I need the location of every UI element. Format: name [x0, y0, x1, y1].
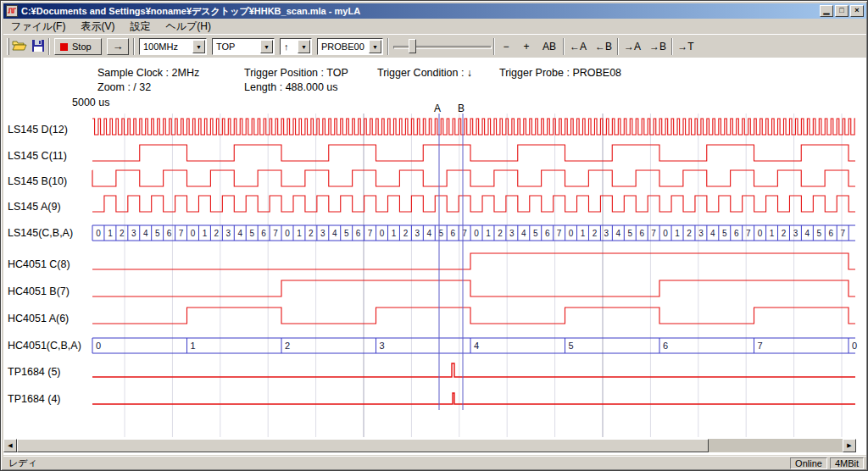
run-button[interactable]: → — [107, 38, 129, 55]
status-ready: レディ — [8, 457, 790, 469]
trigger-edge-combo[interactable]: ↑ ▼ — [280, 38, 312, 55]
toolbar: Stop → 100MHz ▼ TOP ▼ ↑ ▼ PROBE00 ▼ − + … — [3, 34, 866, 58]
menu-settings[interactable]: 設定 — [122, 19, 158, 35]
close-button[interactable]: × — [850, 5, 864, 17]
window-title: C:¥Documents and Settings¥noname¥デスクトップ¥… — [21, 5, 820, 18]
toolbar-separator — [493, 38, 495, 55]
chevron-down-icon[interactable]: ▼ — [192, 40, 205, 53]
trigger-probe-info: Trigger Probe : PROBE08 — [499, 67, 621, 79]
stop-icon — [60, 43, 68, 51]
sample-clock-combo-value: 100MHz — [143, 42, 178, 52]
goto-cursor-a-left-button[interactable]: ←A — [566, 38, 590, 55]
chevron-down-icon[interactable]: ▼ — [369, 40, 381, 53]
minimize-button[interactable]: ▁ — [820, 5, 833, 17]
goto-cursor-b-left-button[interactable]: ←B — [592, 38, 615, 55]
menu-help[interactable]: ヘルプ(H) — [158, 19, 219, 35]
statusbar: レディ Online 4MBit — [3, 456, 866, 469]
zoom-in-button[interactable]: + — [517, 38, 536, 55]
zoom-slider-thumb[interactable] — [409, 39, 416, 53]
scroll-left-button[interactable]: ◀ — [3, 439, 17, 452]
goto-trigger-button[interactable]: →T — [675, 38, 697, 55]
open-file-button[interactable] — [10, 37, 29, 56]
trigger-edge-combo-value: ↑ — [284, 42, 289, 52]
menu-view[interactable]: 表示(V) — [73, 19, 122, 35]
maximize-button[interactable]: □ — [835, 5, 849, 17]
menubar: ファイル(F) 表示(V) 設定 ヘルプ(H) — [3, 19, 866, 34]
probe-combo[interactable]: PROBE00 ▼ — [317, 38, 383, 55]
status-online: Online — [790, 457, 827, 469]
zoom-info: Zoom : / 32 — [97, 81, 151, 93]
save-button[interactable] — [29, 37, 47, 56]
app-window: C:¥Documents and Settings¥noname¥デスクトップ¥… — [0, 0, 868, 471]
toolbar-separator — [563, 38, 565, 55]
trigger-condition-info: Trigger Condition : ↓ — [377, 67, 472, 79]
toolbar-separator — [387, 38, 389, 55]
waveform-display-area[interactable] — [3, 58, 866, 455]
status-memory: 4MBit — [830, 457, 864, 469]
chevron-down-icon[interactable]: ▼ — [298, 40, 310, 53]
floppy-icon — [31, 39, 45, 53]
menu-file[interactable]: ファイル(F) — [3, 19, 73, 35]
trigger-position-combo[interactable]: TOP ▼ — [212, 38, 275, 55]
length-info: Length : 488.000 us — [244, 81, 338, 93]
trigger-position-info: Trigger Position : TOP — [244, 67, 348, 79]
toolbar-separator — [133, 38, 135, 55]
toolbar-separator — [617, 38, 619, 55]
cursor-ab-button[interactable]: AB — [537, 38, 561, 55]
open-folder-icon — [12, 39, 27, 53]
window-controls: ▁ □ × — [820, 5, 864, 17]
time-scale-label: 5000 us — [72, 97, 109, 108]
stop-button-label: Stop — [72, 42, 92, 52]
trigger-position-combo-value: TOP — [216, 42, 235, 52]
app-icon — [6, 5, 18, 17]
scroll-right-button[interactable]: ▶ — [843, 439, 856, 452]
toolbar-separator — [671, 38, 673, 55]
scrollbar-thumb[interactable] — [17, 439, 709, 452]
toolbar-grip[interactable] — [7, 38, 9, 55]
sample-clock-combo[interactable]: 100MHz ▼ — [139, 38, 207, 55]
chevron-down-icon[interactable]: ▼ — [260, 40, 273, 53]
toolbar-separator — [48, 38, 50, 55]
stop-button[interactable]: Stop — [54, 38, 102, 55]
goto-cursor-a-right-button[interactable]: →A — [620, 38, 644, 55]
sample-clock-info: Sample Clock : 2MHz — [97, 67, 199, 79]
probe-combo-value: PROBE00 — [321, 42, 364, 52]
goto-cursor-b-right-button[interactable]: →B — [646, 38, 670, 55]
zoom-out-button[interactable]: − — [497, 38, 515, 55]
titlebar: C:¥Documents and Settings¥noname¥デスクトップ¥… — [3, 3, 866, 19]
horizontal-scrollbar[interactable]: ◀ ▶ — [3, 439, 856, 452]
